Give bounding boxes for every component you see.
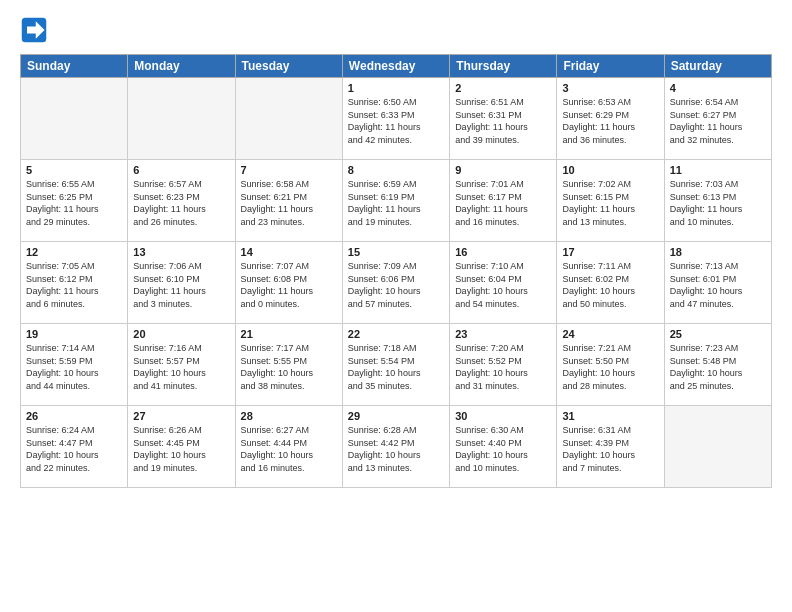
calendar-cell: 11Sunrise: 7:03 AM Sunset: 6:13 PM Dayli… [664,160,771,242]
logo [20,16,52,44]
week-row: 1Sunrise: 6:50 AM Sunset: 6:33 PM Daylig… [21,78,772,160]
day-info: Sunrise: 7:20 AM Sunset: 5:52 PM Dayligh… [455,342,551,392]
weekday-header: Tuesday [235,55,342,78]
calendar-cell: 7Sunrise: 6:58 AM Sunset: 6:21 PM Daylig… [235,160,342,242]
weekday-header: Monday [128,55,235,78]
week-row: 19Sunrise: 7:14 AM Sunset: 5:59 PM Dayli… [21,324,772,406]
day-info: Sunrise: 7:02 AM Sunset: 6:15 PM Dayligh… [562,178,658,228]
day-info: Sunrise: 7:10 AM Sunset: 6:04 PM Dayligh… [455,260,551,310]
day-number: 18 [670,246,766,258]
day-number: 14 [241,246,337,258]
calendar-cell: 3Sunrise: 6:53 AM Sunset: 6:29 PM Daylig… [557,78,664,160]
day-info: Sunrise: 6:24 AM Sunset: 4:47 PM Dayligh… [26,424,122,474]
day-info: Sunrise: 6:30 AM Sunset: 4:40 PM Dayligh… [455,424,551,474]
day-info: Sunrise: 7:13 AM Sunset: 6:01 PM Dayligh… [670,260,766,310]
day-number: 8 [348,164,444,176]
logo-icon [20,16,48,44]
day-number: 21 [241,328,337,340]
day-number: 3 [562,82,658,94]
calendar-cell: 23Sunrise: 7:20 AM Sunset: 5:52 PM Dayli… [450,324,557,406]
week-row: 5Sunrise: 6:55 AM Sunset: 6:25 PM Daylig… [21,160,772,242]
day-number: 30 [455,410,551,422]
day-info: Sunrise: 6:28 AM Sunset: 4:42 PM Dayligh… [348,424,444,474]
day-info: Sunrise: 6:31 AM Sunset: 4:39 PM Dayligh… [562,424,658,474]
day-info: Sunrise: 6:54 AM Sunset: 6:27 PM Dayligh… [670,96,766,146]
day-number: 7 [241,164,337,176]
day-number: 9 [455,164,551,176]
day-info: Sunrise: 6:26 AM Sunset: 4:45 PM Dayligh… [133,424,229,474]
day-number: 28 [241,410,337,422]
weekday-header: Saturday [664,55,771,78]
day-number: 16 [455,246,551,258]
day-number: 2 [455,82,551,94]
calendar-cell: 1Sunrise: 6:50 AM Sunset: 6:33 PM Daylig… [342,78,449,160]
calendar-cell: 12Sunrise: 7:05 AM Sunset: 6:12 PM Dayli… [21,242,128,324]
day-number: 23 [455,328,551,340]
calendar-cell [664,406,771,488]
day-info: Sunrise: 7:07 AM Sunset: 6:08 PM Dayligh… [241,260,337,310]
day-info: Sunrise: 7:05 AM Sunset: 6:12 PM Dayligh… [26,260,122,310]
day-number: 20 [133,328,229,340]
day-number: 29 [348,410,444,422]
calendar-cell: 13Sunrise: 7:06 AM Sunset: 6:10 PM Dayli… [128,242,235,324]
day-info: Sunrise: 7:18 AM Sunset: 5:54 PM Dayligh… [348,342,444,392]
header [20,16,772,44]
calendar-cell: 10Sunrise: 7:02 AM Sunset: 6:15 PM Dayli… [557,160,664,242]
calendar-cell: 9Sunrise: 7:01 AM Sunset: 6:17 PM Daylig… [450,160,557,242]
weekday-header: Sunday [21,55,128,78]
calendar-cell: 19Sunrise: 7:14 AM Sunset: 5:59 PM Dayli… [21,324,128,406]
day-info: Sunrise: 7:03 AM Sunset: 6:13 PM Dayligh… [670,178,766,228]
day-number: 1 [348,82,444,94]
day-number: 5 [26,164,122,176]
day-number: 15 [348,246,444,258]
calendar-cell: 17Sunrise: 7:11 AM Sunset: 6:02 PM Dayli… [557,242,664,324]
calendar-cell: 16Sunrise: 7:10 AM Sunset: 6:04 PM Dayli… [450,242,557,324]
day-info: Sunrise: 6:55 AM Sunset: 6:25 PM Dayligh… [26,178,122,228]
calendar-cell [128,78,235,160]
calendar-cell: 15Sunrise: 7:09 AM Sunset: 6:06 PM Dayli… [342,242,449,324]
calendar-cell: 18Sunrise: 7:13 AM Sunset: 6:01 PM Dayli… [664,242,771,324]
page: SundayMondayTuesdayWednesdayThursdayFrid… [0,0,792,612]
day-info: Sunrise: 7:21 AM Sunset: 5:50 PM Dayligh… [562,342,658,392]
day-number: 10 [562,164,658,176]
day-info: Sunrise: 6:59 AM Sunset: 6:19 PM Dayligh… [348,178,444,228]
calendar-cell: 24Sunrise: 7:21 AM Sunset: 5:50 PM Dayli… [557,324,664,406]
day-number: 13 [133,246,229,258]
day-info: Sunrise: 7:06 AM Sunset: 6:10 PM Dayligh… [133,260,229,310]
day-info: Sunrise: 6:57 AM Sunset: 6:23 PM Dayligh… [133,178,229,228]
calendar-cell [21,78,128,160]
calendar: SundayMondayTuesdayWednesdayThursdayFrid… [20,54,772,488]
calendar-cell: 21Sunrise: 7:17 AM Sunset: 5:55 PM Dayli… [235,324,342,406]
week-row: 26Sunrise: 6:24 AM Sunset: 4:47 PM Dayli… [21,406,772,488]
weekday-header: Wednesday [342,55,449,78]
day-number: 25 [670,328,766,340]
day-info: Sunrise: 6:51 AM Sunset: 6:31 PM Dayligh… [455,96,551,146]
day-number: 12 [26,246,122,258]
calendar-cell: 4Sunrise: 6:54 AM Sunset: 6:27 PM Daylig… [664,78,771,160]
calendar-cell: 5Sunrise: 6:55 AM Sunset: 6:25 PM Daylig… [21,160,128,242]
day-info: Sunrise: 7:17 AM Sunset: 5:55 PM Dayligh… [241,342,337,392]
calendar-cell: 20Sunrise: 7:16 AM Sunset: 5:57 PM Dayli… [128,324,235,406]
day-info: Sunrise: 7:23 AM Sunset: 5:48 PM Dayligh… [670,342,766,392]
calendar-cell: 27Sunrise: 6:26 AM Sunset: 4:45 PM Dayli… [128,406,235,488]
day-number: 4 [670,82,766,94]
day-info: Sunrise: 6:50 AM Sunset: 6:33 PM Dayligh… [348,96,444,146]
calendar-cell: 28Sunrise: 6:27 AM Sunset: 4:44 PM Dayli… [235,406,342,488]
day-number: 26 [26,410,122,422]
day-number: 11 [670,164,766,176]
calendar-cell: 6Sunrise: 6:57 AM Sunset: 6:23 PM Daylig… [128,160,235,242]
calendar-cell: 22Sunrise: 7:18 AM Sunset: 5:54 PM Dayli… [342,324,449,406]
weekday-header-row: SundayMondayTuesdayWednesdayThursdayFrid… [21,55,772,78]
calendar-cell: 31Sunrise: 6:31 AM Sunset: 4:39 PM Dayli… [557,406,664,488]
day-info: Sunrise: 6:58 AM Sunset: 6:21 PM Dayligh… [241,178,337,228]
day-info: Sunrise: 7:11 AM Sunset: 6:02 PM Dayligh… [562,260,658,310]
day-info: Sunrise: 7:14 AM Sunset: 5:59 PM Dayligh… [26,342,122,392]
week-row: 12Sunrise: 7:05 AM Sunset: 6:12 PM Dayli… [21,242,772,324]
calendar-cell: 25Sunrise: 7:23 AM Sunset: 5:48 PM Dayli… [664,324,771,406]
calendar-cell: 8Sunrise: 6:59 AM Sunset: 6:19 PM Daylig… [342,160,449,242]
day-number: 24 [562,328,658,340]
calendar-cell: 26Sunrise: 6:24 AM Sunset: 4:47 PM Dayli… [21,406,128,488]
weekday-header: Thursday [450,55,557,78]
day-info: Sunrise: 7:01 AM Sunset: 6:17 PM Dayligh… [455,178,551,228]
day-info: Sunrise: 7:09 AM Sunset: 6:06 PM Dayligh… [348,260,444,310]
